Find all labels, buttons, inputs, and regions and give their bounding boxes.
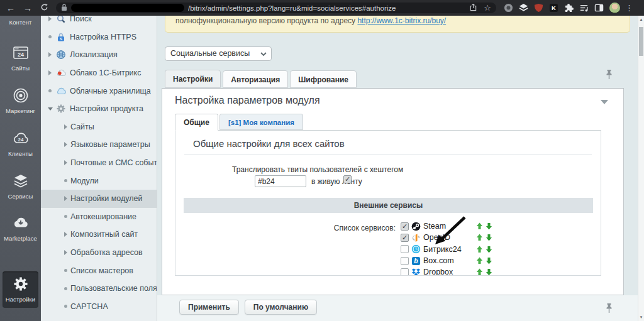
service-row: Steam (401, 220, 492, 232)
tab-3[interactable]: Шифрование (290, 70, 357, 88)
menu-item-label: Сайты (70, 122, 94, 131)
site-tab-2[interactable]: [s1] Моя компания (219, 114, 303, 130)
hashtag-input[interactable] (255, 175, 306, 187)
module-select[interactable]: Социальные сервисы (165, 46, 272, 61)
collapse-icon[interactable] (601, 100, 608, 104)
apply-button[interactable]: Применить (179, 300, 239, 315)
arrow-icon (61, 142, 70, 147)
menu-item-label: Поиск (70, 16, 92, 23)
dot-icon (61, 215, 70, 218)
scroll-down-icon[interactable]: ▼ (638, 315, 644, 319)
tweet-checkbox[interactable] (343, 175, 352, 183)
general-settings-box: Общие настройки для всех сайтов Транслир… (175, 130, 601, 276)
menu-item[interactable]: Облачные хранилища (41, 82, 157, 100)
site-tab-1[interactable]: Общие (175, 114, 218, 131)
side-panel-icon[interactable] (594, 3, 604, 13)
move-down-arrow-icon[interactable] (486, 222, 492, 230)
profile-avatar[interactable] (609, 3, 620, 13)
move-down-arrow-icon[interactable] (486, 257, 492, 264)
browser-menu-icon[interactable]: ⋮ (625, 3, 633, 13)
tab-2[interactable]: Авторизация (223, 70, 288, 88)
menu-item[interactable]: Почтовые и СМС события (41, 154, 157, 172)
menu-item-label: Модули (70, 177, 99, 185)
layers-icon[interactable] (519, 3, 528, 13)
share-icon[interactable] (469, 3, 477, 14)
services-list-label: Список сервисов: (232, 224, 396, 232)
box-icon: b (411, 256, 421, 266)
move-up-arrow-icon[interactable] (476, 234, 483, 241)
pin-icon[interactable] (605, 303, 613, 313)
notice-text: полнофункциональную версию продукта по а… (175, 16, 355, 25)
notice-link[interactable]: http://www.1c-bitrix.ru/buy/ (357, 16, 446, 25)
menu-item-label: Настройки продукта (70, 104, 143, 113)
page-scrollbar[interactable]: ▲ ▼ (638, 16, 644, 321)
move-up-arrow-icon[interactable] (476, 268, 483, 276)
rail-item-content[interactable]: Контент (0, 18, 41, 26)
move-up-arrow-icon[interactable] (476, 246, 483, 253)
service-checkbox[interactable] (401, 234, 409, 242)
menu-item[interactable]: Модули (41, 171, 157, 190)
menu-item-label: Автокеширование (70, 212, 136, 221)
move-down-arrow-icon[interactable] (486, 268, 492, 276)
forward-icon[interactable]: → (23, 4, 32, 13)
menu-item[interactable]: Локализация (41, 46, 157, 64)
camera-icon[interactable] (504, 3, 513, 13)
k-badge-icon[interactable]: K (549, 3, 558, 13)
arrow-icon (61, 250, 70, 255)
menu-item-label: Почтовые и СМС события (70, 158, 157, 167)
dot-icon (61, 179, 70, 182)
menu-item[interactable]: Настройки продукта (41, 100, 157, 118)
rail-item-sites-24[interactable]: 24Сайты (0, 45, 41, 72)
address-bar[interactable]: /bitrix/admin/settings.php?lang=ru&mid=s… (56, 3, 496, 13)
module-settings-card: Настройка параметров модуля Общие[s1] Мо… (162, 88, 624, 295)
browser-extensions: K (504, 3, 604, 13)
scroll-up-icon[interactable]: ▲ (638, 18, 644, 21)
pin-icon[interactable] (605, 69, 613, 80)
rail-item-settings-gear[interactable]: Настройки (3, 271, 38, 308)
dot-icon (61, 305, 70, 308)
move-up-arrow-icon[interactable] (476, 257, 483, 264)
menu-item[interactable]: CAPTCHA (41, 298, 157, 316)
screen: ← → /bitrix/admin/settings.php?lang=ru&m… (0, 0, 644, 321)
chevron-down-icon (260, 52, 267, 56)
bookmark-star-icon[interactable]: ☆ (484, 4, 491, 12)
menu-item-label: Композитный сайт (70, 230, 138, 239)
default-button[interactable]: По умолчанию (245, 300, 317, 315)
scrollbar-thumb[interactable] (639, 27, 643, 56)
menu-item[interactable]: Языковые параметры (41, 136, 157, 154)
adblock-shield-icon[interactable] (534, 3, 543, 13)
globe-icon (56, 50, 67, 60)
module-select-value: Социальные сервисы (170, 49, 250, 58)
back-icon[interactable]: ← (6, 4, 15, 13)
rail-item-services-layers[interactable]: Сервисы (0, 173, 41, 200)
reading-list-icon[interactable] (579, 3, 589, 13)
rail-item-marketing-target[interactable]: Маркетинг (0, 87, 41, 114)
service-checkbox[interactable] (401, 268, 409, 276)
rail-item-marketplace-cloud[interactable]: Marketplace (0, 215, 41, 242)
menu-item-label: CAPTCHA (70, 302, 108, 311)
rail-item-label: Сайты (0, 65, 41, 72)
rail-item-clients-24[interactable]: 24Клиенты (0, 130, 41, 157)
reload-icon[interactable] (40, 3, 48, 13)
menu-item[interactable]: Автокеширование (41, 208, 157, 226)
move-down-arrow-icon[interactable] (486, 246, 492, 253)
menu-item[interactable]: SНастройка HTTPS (41, 28, 157, 46)
move-down-arrow-icon[interactable] (486, 234, 492, 241)
menu-item[interactable]: Поиск (41, 16, 157, 28)
arrow-icon (45, 52, 55, 57)
menu-item[interactable]: Обработка адресов (41, 244, 157, 262)
menu-item[interactable]: Композитный сайт (41, 226, 157, 244)
tab-1[interactable]: Настройки (165, 70, 221, 88)
url-text: /bitrix/admin/settings.php?lang=ru&mid=s… (188, 4, 464, 12)
service-checkbox[interactable] (401, 245, 409, 253)
menu-item[interactable]: Настройки модулей (41, 190, 157, 208)
puzzle-icon[interactable] (564, 3, 574, 13)
service-checkbox[interactable] (401, 257, 409, 265)
menu-item[interactable]: Облако 1С-Битрикс (41, 64, 157, 82)
menu-item[interactable]: Список мастеров (41, 261, 157, 280)
move-up-arrow-icon[interactable] (476, 222, 483, 230)
menu-item[interactable]: Сайты (41, 118, 157, 136)
openid-icon (411, 233, 421, 242)
service-checkbox[interactable] (401, 222, 409, 231)
menu-item[interactable]: Пользовательские поля (41, 280, 157, 298)
